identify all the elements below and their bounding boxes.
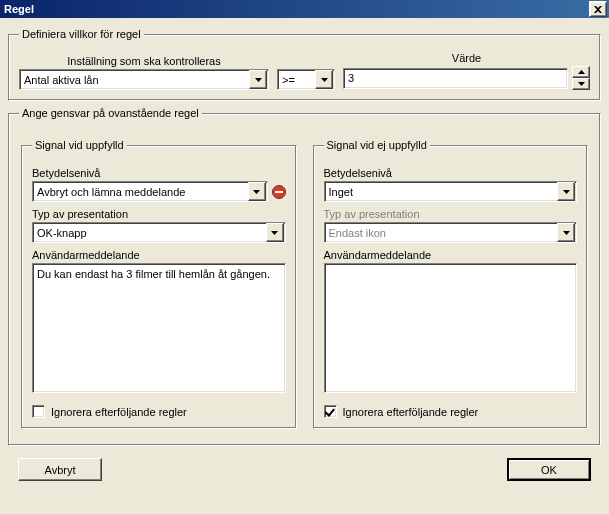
ok-button-label: OK bbox=[541, 464, 557, 476]
unfulfilled-presentation-value: Endast ikon bbox=[329, 227, 386, 239]
dropdown-button[interactable] bbox=[266, 223, 284, 242]
spin-up-button[interactable] bbox=[572, 66, 590, 78]
svg-rect-1 bbox=[275, 191, 283, 193]
group-unfulfilled: Signal vid ej uppfylld Betydelsenivå Ing… bbox=[313, 139, 589, 429]
chevron-down-icon bbox=[253, 190, 260, 194]
group-response-legend: Ange gensvar på ovanstående regel bbox=[19, 107, 202, 119]
value-spinner bbox=[572, 66, 590, 90]
fulfilled-presentation-select[interactable]: OK-knapp bbox=[32, 222, 286, 243]
operator-select[interactable]: >= bbox=[277, 69, 335, 90]
chevron-down-icon bbox=[255, 78, 262, 82]
dropdown-button[interactable] bbox=[248, 182, 266, 201]
dropdown-button[interactable] bbox=[557, 182, 575, 201]
fulfilled-level-label: Betydelsenivå bbox=[32, 167, 286, 179]
chevron-down-icon bbox=[563, 190, 570, 194]
unfulfilled-presentation-label: Typ av presentation bbox=[324, 208, 578, 220]
group-unfulfilled-legend: Signal vid ej uppfylld bbox=[324, 139, 430, 151]
value-input[interactable]: 3 bbox=[343, 68, 568, 89]
fulfilled-message-text: Du kan endast ha 3 filmer till hemlån åt… bbox=[37, 268, 270, 280]
chevron-up-icon bbox=[578, 70, 585, 74]
unfulfilled-level-select[interactable]: Inget bbox=[324, 181, 578, 202]
chevron-down-icon bbox=[563, 231, 570, 235]
unfulfilled-presentation-select: Endast ikon bbox=[324, 222, 578, 243]
fulfilled-presentation-value: OK-knapp bbox=[37, 227, 87, 239]
close-button[interactable] bbox=[589, 1, 607, 17]
setting-select[interactable]: Antal aktiva lån bbox=[19, 69, 269, 90]
rule-dialog: Regel Definiera villkor för regel Instäl… bbox=[0, 0, 609, 514]
setting-select-value: Antal aktiva lån bbox=[24, 74, 99, 86]
fulfilled-message-label: Användarmeddelande bbox=[32, 249, 286, 261]
dropdown-button[interactable] bbox=[315, 70, 333, 89]
operator-select-value: >= bbox=[282, 74, 295, 86]
fulfilled-level-value: Avbryt och lämna meddelande bbox=[37, 186, 185, 198]
unfulfilled-level-label: Betydelsenivå bbox=[324, 167, 578, 179]
group-define-condition: Definiera villkor för regel Inställning … bbox=[8, 28, 601, 101]
window-title: Regel bbox=[4, 0, 34, 18]
group-fulfilled: Signal vid uppfylld Betydelsenivå Avbryt… bbox=[21, 139, 297, 429]
group-response: Ange gensvar på ovanstående regel Signal… bbox=[8, 107, 601, 446]
stop-icon bbox=[272, 185, 286, 199]
value-label: Värde bbox=[343, 52, 590, 64]
dropdown-button bbox=[557, 223, 575, 242]
cancel-button[interactable]: Avbryt bbox=[18, 458, 102, 481]
unfulfilled-ignore-label: Ignorera efterföljande regler bbox=[343, 406, 479, 418]
chevron-down-icon bbox=[271, 231, 278, 235]
fulfilled-presentation-label: Typ av presentation bbox=[32, 208, 286, 220]
fulfilled-level-select[interactable]: Avbryt och lämna meddelande bbox=[32, 181, 268, 202]
chevron-down-icon bbox=[578, 82, 585, 86]
titlebar: Regel bbox=[0, 0, 609, 18]
unfulfilled-level-value: Inget bbox=[329, 186, 353, 198]
dropdown-button[interactable] bbox=[249, 70, 267, 89]
operator-spacer bbox=[277, 55, 335, 67]
unfulfilled-message-textarea bbox=[324, 263, 578, 393]
fulfilled-ignore-checkbox[interactable] bbox=[32, 405, 45, 418]
ok-button[interactable]: OK bbox=[507, 458, 591, 481]
group-define-legend: Definiera villkor för regel bbox=[19, 28, 144, 40]
cancel-button-label: Avbryt bbox=[45, 464, 76, 476]
spin-down-button[interactable] bbox=[572, 78, 590, 90]
unfulfilled-message-label: Användarmeddelande bbox=[324, 249, 578, 261]
close-icon bbox=[594, 6, 602, 13]
value-input-text: 3 bbox=[348, 72, 354, 84]
setting-label: Inställning som ska kontrolleras bbox=[19, 55, 269, 67]
fulfilled-message-textarea[interactable]: Du kan endast ha 3 filmer till hemlån åt… bbox=[32, 263, 286, 393]
group-fulfilled-legend: Signal vid uppfylld bbox=[32, 139, 127, 151]
unfulfilled-ignore-checkbox[interactable] bbox=[324, 405, 337, 418]
chevron-down-icon bbox=[321, 78, 328, 82]
fulfilled-ignore-label: Ignorera efterföljande regler bbox=[51, 406, 187, 418]
